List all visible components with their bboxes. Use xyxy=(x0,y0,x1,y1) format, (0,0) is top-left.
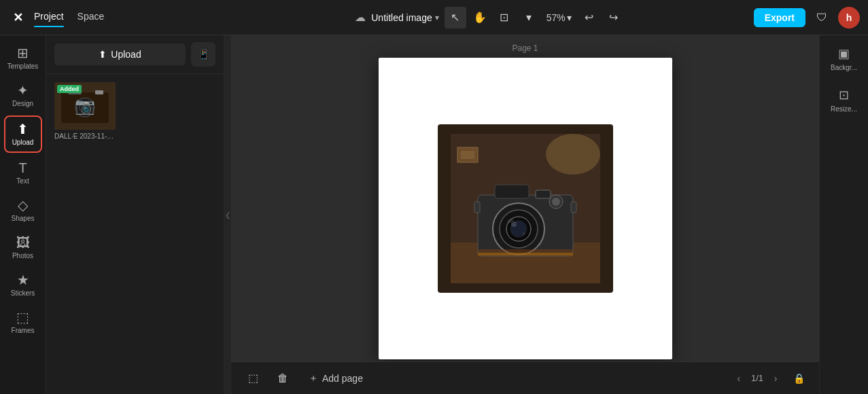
redo-button[interactable]: ↪ xyxy=(603,7,625,29)
bottom-right: ‹ 1/1 › 🔒 xyxy=(731,369,808,388)
upload-button[interactable]: ⬆ Upload xyxy=(54,43,186,65)
photos-icon: 🖼 xyxy=(16,236,30,249)
svg-point-4 xyxy=(83,105,87,109)
design-label: Design xyxy=(12,100,33,107)
topbar: ✕ Project Space ☁ Untitled image ▾ ↖ ✋ ⊡… xyxy=(0,0,868,35)
user-avatar[interactable]: h xyxy=(838,7,860,29)
page-thumbnail-button[interactable]: ⬚ xyxy=(242,368,264,389)
zoom-control[interactable]: 57% ▾ xyxy=(542,10,576,26)
topbar-right: Export 🛡 h xyxy=(751,7,860,29)
stickers-icon: ★ xyxy=(17,273,29,287)
doc-name-area[interactable]: ☁ Untitled image ▾ xyxy=(352,10,439,26)
frame-chevron-icon[interactable]: ▾ xyxy=(518,7,540,29)
cloud-icon: ☁ xyxy=(352,10,368,26)
export-button[interactable]: Export xyxy=(754,8,805,27)
mobile-button[interactable]: 📱 xyxy=(191,42,215,67)
page-label: Page 1 xyxy=(512,43,538,53)
svg-point-2 xyxy=(75,98,94,117)
svg-rect-22 xyxy=(536,190,551,198)
frames-icon: ⬚ xyxy=(16,310,29,324)
logo-icon[interactable]: ✕ xyxy=(8,8,27,27)
right-panel-background[interactable]: ▣ Backgr... xyxy=(824,41,865,77)
zoom-chevron-icon: ▾ xyxy=(567,12,572,23)
next-page-button[interactable]: › xyxy=(767,370,784,387)
canvas-image[interactable] xyxy=(438,124,613,293)
sidebar-item-text[interactable]: T Text xyxy=(4,156,42,190)
upload-btn-icon: ⬆ xyxy=(99,49,107,60)
sidebar-item-upload[interactable]: ⬆ Upload xyxy=(4,115,42,153)
resize-icon: ⊡ xyxy=(839,88,849,103)
text-icon: T xyxy=(18,161,27,175)
svg-rect-24 xyxy=(474,202,480,213)
lock-button[interactable]: 🔒 xyxy=(789,369,808,388)
svg-rect-1 xyxy=(61,92,109,123)
undo-button[interactable]: ↩ xyxy=(578,7,600,29)
sidebar-item-photos[interactable]: 🖼 Photos xyxy=(4,230,42,265)
canvas-page[interactable] xyxy=(379,58,672,359)
nav-tabs: Project Space xyxy=(34,11,104,24)
bottom-bar: ⬚ 🗑 ＋ Add page ‹ 1/1 › 🔒 xyxy=(231,361,819,394)
delete-page-button[interactable]: 🗑 xyxy=(272,368,294,389)
prev-page-button[interactable]: ‹ xyxy=(731,370,747,387)
photos-label: Photos xyxy=(12,252,33,259)
add-page-label: Add page xyxy=(322,373,363,384)
svg-point-3 xyxy=(80,102,90,113)
templates-label: Templates xyxy=(7,62,39,70)
toolbar-tools: ↖ ✋ ⊡ ▾ 57% ▾ ↩ ↪ xyxy=(445,7,625,29)
tab-space[interactable]: Space xyxy=(77,11,105,24)
sidebar-item-templates[interactable]: ⊞ Templates xyxy=(4,41,42,75)
resize-label: Resize... xyxy=(831,105,857,113)
add-page-button[interactable]: ＋ Add page xyxy=(302,368,370,389)
left-panel-header: ⬆ Upload 📱 xyxy=(46,35,224,74)
sidebar-item-design[interactable]: ✦ Design xyxy=(4,78,42,113)
doc-chevron-icon: ▾ xyxy=(435,13,439,22)
page-navigation: ‹ 1/1 › xyxy=(731,370,784,387)
sidebar-icons: ⊞ Templates ✦ Design ⬆ Upload T Text ◇ S… xyxy=(0,35,46,394)
zoom-level: 57% xyxy=(546,12,566,23)
mobile-icon: 📱 xyxy=(198,49,209,60)
svg-point-21 xyxy=(552,198,560,206)
hand-tool-button[interactable]: ✋ xyxy=(469,7,491,29)
svg-point-11 xyxy=(546,134,600,175)
collapse-handle[interactable]: ❮ xyxy=(224,35,231,394)
canvas-area: Page 1 xyxy=(231,35,819,394)
design-icon: ✦ xyxy=(17,84,29,97)
text-label: Text xyxy=(16,177,29,185)
svg-rect-25 xyxy=(571,202,576,213)
image-thumbnail[interactable]: Added DALL·E 2023-11-12 18... xyxy=(54,82,116,140)
page-indicator: 1/1 xyxy=(751,373,763,383)
topbar-left: ✕ Project Space xyxy=(8,8,226,27)
svg-rect-6 xyxy=(95,90,103,94)
frames-label: Frames xyxy=(12,327,35,334)
stickers-label: Stickers xyxy=(11,289,35,297)
frame-tool-button[interactable]: ⊡ xyxy=(493,7,515,29)
page-thumbnail-icon: ⬚ xyxy=(248,372,258,384)
document-name: Untitled image xyxy=(371,12,432,23)
add-page-icon: ＋ xyxy=(309,372,318,384)
sidebar-item-stickers[interactable]: ★ Stickers xyxy=(4,268,42,302)
main-area: ⊞ Templates ✦ Design ⬆ Upload T Text ◇ S… xyxy=(0,35,868,394)
sidebar-item-frames[interactable]: ⬚ Frames xyxy=(4,305,42,340)
shield-icon[interactable]: 🛡 xyxy=(811,7,833,29)
upload-btn-label: Upload xyxy=(111,49,141,60)
templates-icon: ⊞ xyxy=(17,46,29,60)
right-panel-resize[interactable]: ⊡ Resize... xyxy=(824,82,865,118)
tab-project[interactable]: Project xyxy=(34,11,64,24)
left-panel-content: Added DALL·E 2023-11-12 18... xyxy=(46,74,224,394)
upload-label: Upload xyxy=(12,139,34,146)
pointer-tool-button[interactable]: ↖ xyxy=(445,7,466,29)
shapes-label: Shapes xyxy=(12,215,35,222)
svg-rect-13 xyxy=(495,185,529,198)
svg-point-18 xyxy=(511,221,517,227)
right-panel: ▣ Backgr... ⊡ Resize... xyxy=(819,35,868,394)
added-badge: Added xyxy=(57,85,82,93)
left-panel: ⬆ Upload 📱 xyxy=(46,35,224,394)
canvas-scroll[interactable]: Page 1 xyxy=(231,35,819,361)
shapes-icon: ◇ xyxy=(18,198,28,212)
upload-icon: ⬆ xyxy=(17,122,29,136)
svg-rect-26 xyxy=(478,249,573,256)
topbar-center: ☁ Untitled image ▾ ↖ ✋ ⊡ ▾ 57% ▾ ↩ ↪ xyxy=(231,7,746,29)
background-icon: ▣ xyxy=(838,46,850,61)
background-label: Backgr... xyxy=(831,64,857,71)
sidebar-item-shapes[interactable]: ◇ Shapes xyxy=(4,193,42,228)
